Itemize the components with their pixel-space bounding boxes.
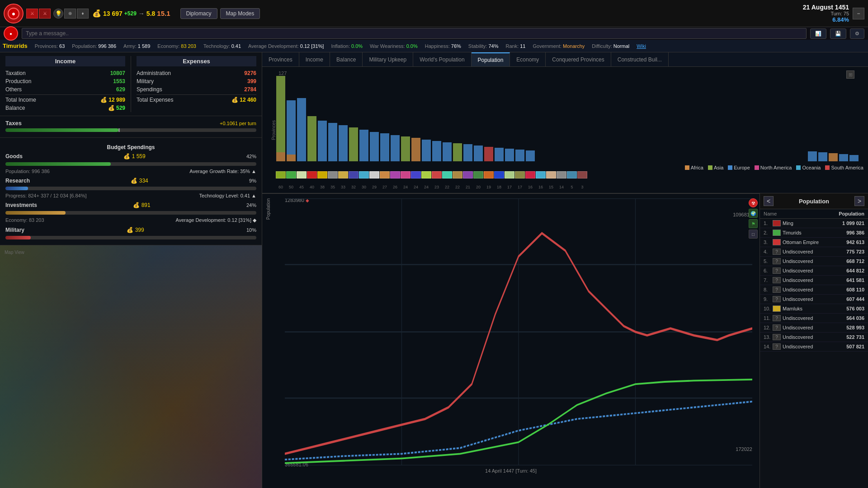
rank-name: Undiscovered (783, 315, 833, 321)
save-button[interactable]: 💾 (830, 28, 846, 39)
military-expense-row: Military 399 (137, 77, 256, 85)
military-slider[interactable] (5, 236, 256, 239)
rank-name: Undiscovered (783, 296, 833, 302)
goods-sub: Population: 996 386 Average Growth Rate:… (5, 168, 256, 177)
rank-value: 996 386 (833, 230, 864, 235)
others-row: Others 629 (5, 85, 125, 94)
chart-ctrl-2[interactable]: ⚑ (749, 219, 758, 228)
wiki-link[interactable]: Wiki (637, 43, 646, 49)
tab-constructed[interactable]: Constructed Buil... (611, 52, 669, 66)
charts-area: 127 ⊞ Provinces (262, 67, 868, 488)
diplomacy-button[interactable]: Diplomacy (180, 8, 217, 19)
gold-display: 💰 13 697 +529 → 5.8 15.1 (92, 9, 170, 18)
status-inflation: Inflation: 0.0% (331, 43, 363, 49)
tab-economy[interactable]: Economy (510, 52, 546, 66)
rank-value: 528 993 (833, 325, 864, 330)
status-technology: Technology: 0.41 (203, 43, 241, 49)
rank-number: 13. (764, 334, 773, 340)
rank-unknown: ? (773, 334, 781, 340)
rank-name: Ottoman Empire (783, 239, 833, 245)
total-income-row: Total Income 💰 12 989 (5, 94, 125, 104)
rank-next-button[interactable]: > (854, 196, 864, 206)
minimize-button[interactable]: − (853, 8, 864, 19)
status-avg-dev: Average Development: 0.12 [31%] (248, 43, 324, 49)
main-content: Income Taxation 10807 Production 1553 Ot… (0, 52, 868, 488)
rank-list-item[interactable]: 14. ? Undiscovered 507 821 (760, 342, 868, 352)
rank-list-item[interactable]: 8. ? Undiscovered 608 110 (760, 285, 868, 295)
rank-name: Undiscovered (783, 258, 833, 264)
faction-mini-icon: ● (4, 26, 18, 41)
tab-income[interactable]: Income (299, 52, 330, 66)
rank-list-item[interactable]: 7. ? Undiscovered 641 581 (760, 276, 868, 285)
legend-north-america: North America (760, 165, 792, 170)
rank-list-item[interactable]: 10. Mamluks 576 003 (760, 304, 868, 314)
status-stability: Stability: 74% (468, 43, 499, 49)
status-difficulty: Difficulty: Normal (592, 43, 629, 49)
tab-provinces[interactable]: Provinces (262, 52, 299, 66)
rank-list-item[interactable]: 2. Timurids 996 386 (760, 228, 868, 238)
rank-number: 12. (764, 325, 773, 330)
tab-conquered[interactable]: Conquered Provinces (546, 52, 611, 66)
rank-number: 1. (764, 221, 773, 226)
lc-y-label: Population (266, 198, 271, 220)
tab-worlds-population[interactable]: World's Population (413, 52, 471, 66)
map-modes-button[interactable]: Map Modes (220, 8, 260, 19)
rank-number: 14. (764, 344, 773, 349)
stats-button[interactable]: 📊 (810, 28, 826, 39)
line-chart: 1283980 ◆ 1096814 365581.06 172022 14 Ap… (262, 193, 760, 488)
rank-number: 2. (764, 230, 773, 235)
message-input[interactable] (22, 28, 807, 39)
expenses-header: Expenses (137, 56, 256, 66)
tab-military-upkeep[interactable]: Military Upkeep (363, 52, 413, 66)
line-chart-svg (285, 198, 752, 465)
rank-prev-button[interactable]: < (764, 196, 774, 206)
topbar: ● ⚔ ⚔ 💡 ⊕ ♦ 💰 13 697 +529 → 5.8 15.1 Dip… (0, 0, 868, 27)
research-slider[interactable] (5, 187, 256, 190)
status-bar: Timurids Provinces: 63 Population: 996 3… (0, 40, 868, 52)
bar-num-labels: 60 50 45 40 38 35 33 32 30 29 27 26 24 2… (276, 185, 859, 189)
budget-section: Budget Spendings Goods 💰 1 559 42% Popul… (0, 138, 262, 245)
rank-list-item[interactable]: 11. ? Undiscovered 564 036 (760, 314, 868, 323)
rank-list-item[interactable]: 4. ? Undiscovered 775 723 (760, 247, 868, 257)
settings-button[interactable]: ⚙ (850, 28, 864, 39)
investments-slider[interactable] (5, 211, 256, 215)
research-sub: Progress: 824+ 337 / 12 034 [6.84%] Tech… (5, 192, 256, 201)
total-expenses-row: Total Expenses 💰 12 460 (137, 94, 256, 104)
map-area: Map View (0, 245, 262, 488)
tab-balance[interactable]: Balance (330, 52, 363, 66)
rank-list-item[interactable]: 9. ? Undiscovered 607 444 (760, 295, 868, 304)
income-header: Income (5, 56, 125, 66)
rank-flag (773, 239, 781, 245)
rank-value: 607 444 (833, 296, 864, 302)
right-panel: Provinces Income Balance Military Upkeep… (262, 52, 868, 488)
rank-name: Ming (783, 221, 833, 226)
rank-list-item[interactable]: 1. Ming 1 099 021 (760, 219, 868, 228)
rank-unknown: ? (773, 249, 781, 255)
rank-name: Undiscovered (783, 249, 833, 254)
military-budget-row: Military 💰 399 10% (5, 226, 256, 234)
rank-value: 564 036 (833, 315, 864, 321)
taxes-section: Taxes +0.1061 per turn (0, 116, 262, 138)
date-display: 21 August 1451 Turn: 75 6.84% (803, 4, 849, 23)
tab-population[interactable]: Population (472, 52, 510, 66)
rank-list-item[interactable]: 12. ? Undiscovered 528 993 (760, 323, 868, 333)
balance-row: Balance 💰 529 (5, 104, 125, 112)
rank-name: Undiscovered (783, 268, 833, 273)
rank-unknown: ? (773, 277, 781, 283)
rank-list-item[interactable]: 5. ? Undiscovered 668 712 (760, 257, 868, 266)
taxes-slider[interactable] (5, 128, 256, 132)
chart-ctrl-3[interactable]: □ (749, 230, 758, 239)
faction-name: Timurids (3, 42, 28, 49)
rank-value: 608 110 (833, 287, 864, 292)
income-expenses-section: Income Taxation 10807 Production 1553 Ot… (0, 52, 262, 116)
rank-value: 522 731 (833, 334, 864, 340)
rank-list-item[interactable]: 6. ? Undiscovered 644 812 (760, 266, 868, 276)
chart-ctrl-1[interactable]: 🌍 (749, 209, 758, 218)
rank-number: 9. (764, 296, 773, 302)
notification-bar: ● 📊 💾 ⚙ (0, 27, 868, 40)
rank-list-item[interactable]: 3. Ottoman Empire 942 613 (760, 238, 868, 247)
rank-list-item[interactable]: 13. ? Undiscovered 522 731 (760, 333, 868, 342)
rank-unknown: ? (773, 286, 781, 293)
rank-number: 7. (764, 277, 773, 283)
goods-slider[interactable] (5, 162, 256, 166)
